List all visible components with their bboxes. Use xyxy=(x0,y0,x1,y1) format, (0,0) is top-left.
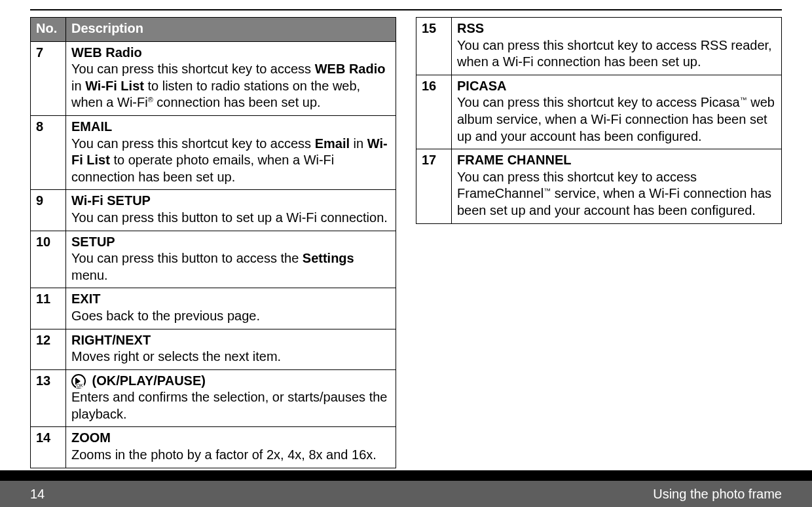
top-rule xyxy=(30,9,782,10)
table-row: 13OK (OK/PLAY/PAUSE)Enters and confirms … xyxy=(31,369,396,427)
row-number: 8 xyxy=(31,115,66,189)
row-description: OK (OK/PLAY/PAUSE)Enters and confirms th… xyxy=(66,369,396,427)
row-title: EXIT xyxy=(71,291,100,306)
row-number: 7 xyxy=(31,41,66,115)
table-row: 12RIGHT/NEXTMoves right or selects the n… xyxy=(31,329,396,369)
row-description: RIGHT/NEXTMoves right or selects the nex… xyxy=(66,329,396,369)
table-row: 8EMAILYou can press this shortcut key to… xyxy=(31,115,396,189)
row-number: 17 xyxy=(416,149,452,223)
table-row: 9Wi-Fi SETUPYou can press this button to… xyxy=(31,190,396,231)
row-number: 14 xyxy=(31,427,66,468)
row-body: Goes back to the previous page. xyxy=(71,308,390,325)
row-description: Wi-Fi SETUPYou can press this button to … xyxy=(66,190,396,231)
row-title: Wi-Fi SETUP xyxy=(71,193,151,208)
left-column: No. Description 7WEB RadioYou can press … xyxy=(30,17,396,468)
left-table: No. Description 7WEB RadioYou can press … xyxy=(30,17,396,468)
table-row: 7WEB RadioYou can press this shortcut ke… xyxy=(31,41,396,115)
row-title: ZOOM xyxy=(71,430,111,445)
row-description: WEB RadioYou can press this shortcut key… xyxy=(66,41,396,115)
row-title: RSS xyxy=(457,21,484,35)
row-body: You can press this button to access the … xyxy=(71,250,390,284)
row-description: SETUPYou can press this button to access… xyxy=(66,231,396,288)
row-number: 11 xyxy=(31,288,66,329)
table-row: 16PICASAYou can press this shortcut key … xyxy=(416,75,782,149)
row-description: EXITGoes back to the previous page. xyxy=(66,288,396,329)
row-body: You can press this shortcut key to acces… xyxy=(457,37,776,71)
row-number: 10 xyxy=(31,231,66,288)
row-title: WEB Radio xyxy=(71,45,142,60)
row-number: 16 xyxy=(416,75,452,149)
table-row: 15RSSYou can press this shortcut key to … xyxy=(416,18,782,75)
row-body: You can press this shortcut key to acces… xyxy=(71,61,390,111)
row-description: ZOOMZooms in the photo by a factor of 2x… xyxy=(66,427,396,468)
row-number: 9 xyxy=(31,190,66,231)
row-body: You can press this button to set up a Wi… xyxy=(71,210,390,227)
row-number: 12 xyxy=(31,329,66,369)
row-description: RSSYou can press this shortcut key to ac… xyxy=(452,18,782,75)
row-title: PICASA xyxy=(457,79,507,93)
row-title: (OK/PLAY/PAUSE) xyxy=(92,373,206,388)
table-row: 14ZOOMZooms in the photo by a factor of … xyxy=(31,427,396,468)
row-body: Moves right or selects the next item. xyxy=(71,348,390,366)
columns: No. Description 7WEB RadioYou can press … xyxy=(30,17,782,468)
row-description: PICASAYou can press this shortcut key to… xyxy=(452,75,782,149)
section-title: Using the photo frame xyxy=(653,487,782,502)
page-body: No. Description 7WEB RadioYou can press … xyxy=(0,0,812,470)
row-number: 15 xyxy=(416,18,452,75)
row-body: Zooms in the photo by a factor of 2x, 4x… xyxy=(71,447,390,464)
page-number: 14 xyxy=(30,487,45,502)
col-header-desc: Description xyxy=(66,18,396,42)
row-body: You can press this shortcut key to acces… xyxy=(457,94,776,145)
footer-bar: 14 Using the photo frame xyxy=(0,481,812,507)
right-column: 15RSSYou can press this shortcut key to … xyxy=(416,17,782,468)
right-table: 15RSSYou can press this shortcut key to … xyxy=(416,17,782,224)
row-title: EMAIL xyxy=(71,119,112,134)
col-header-no: No. xyxy=(31,18,66,42)
row-description: EMAILYou can press this shortcut key to … xyxy=(66,115,396,189)
table-row: 17FRAME CHANNELYou can press this shortc… xyxy=(416,149,782,223)
ok-play-pause-icon: OK xyxy=(71,374,86,388)
row-number: 13 xyxy=(31,369,66,427)
row-title: RIGHT/NEXT xyxy=(71,333,151,347)
row-body: You can press this shortcut key to acces… xyxy=(457,169,776,219)
row-title: SETUP xyxy=(71,235,115,249)
row-body: You can press this shortcut key to acces… xyxy=(71,136,390,186)
table-row: 10SETUPYou can press this button to acce… xyxy=(31,231,396,288)
row-body: Enters and confirms the selection, or st… xyxy=(71,389,390,423)
table-row: 11EXITGoes back to the previous page. xyxy=(31,288,396,329)
row-title: FRAME CHANNEL xyxy=(457,153,571,167)
row-description: FRAME CHANNELYou can press this shortcut… xyxy=(452,149,782,223)
